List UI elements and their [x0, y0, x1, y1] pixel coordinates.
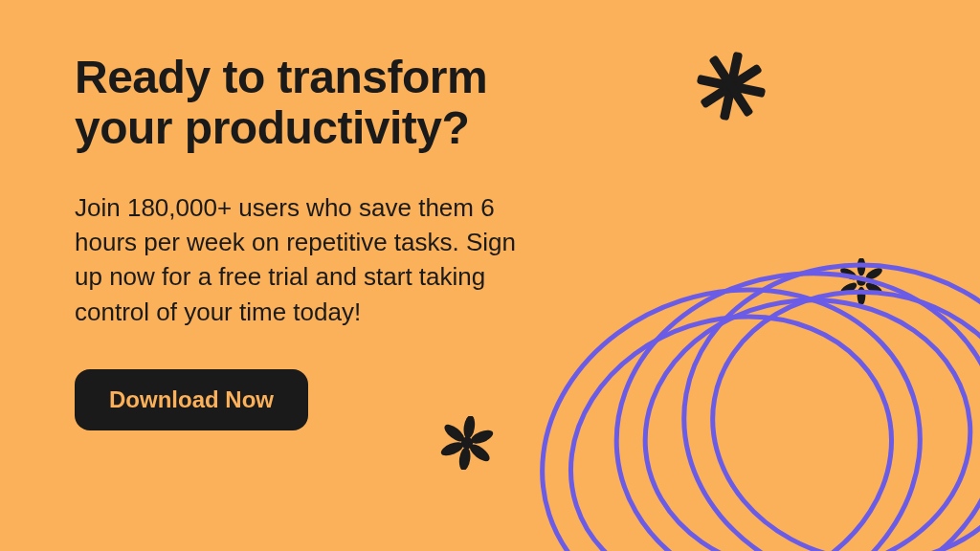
flower-icon [440, 416, 494, 470]
download-button[interactable]: Download Now [75, 369, 308, 430]
svg-point-22 [658, 236, 980, 551]
content-block: Ready to transform your productivity? Jo… [75, 53, 572, 430]
headline: Ready to transform your productivity? [75, 53, 572, 154]
body-copy: Join 180,000+ users who save them 6 hour… [75, 190, 544, 330]
asterisk-icon [693, 48, 769, 124]
rings-decoration-icon [530, 159, 980, 551]
